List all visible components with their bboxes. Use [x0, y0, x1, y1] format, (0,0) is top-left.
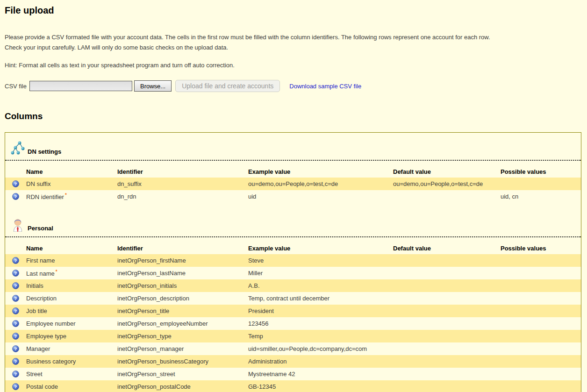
help-icon[interactable]: ?: [12, 193, 19, 200]
column-identifier: inetOrgPerson_businessCategory: [117, 358, 248, 365]
column-header: Example value: [248, 245, 393, 252]
help-icon[interactable]: ?: [12, 333, 19, 340]
section-title: DN settings: [28, 149, 61, 155]
upload-button[interactable]: Upload file and create accounts: [175, 80, 280, 92]
column-name: Business category: [26, 358, 117, 365]
column-identifier: inetOrgPerson_employeeNumber: [117, 320, 248, 327]
column-header: Name: [26, 168, 117, 175]
column-name: DN suffix: [26, 180, 117, 187]
column-header: Default value: [393, 245, 501, 252]
column-identifier: inetOrgPerson_initials: [117, 282, 248, 289]
download-sample-link[interactable]: Download sample CSV file: [289, 83, 361, 90]
browse-button[interactable]: Browse...: [134, 80, 172, 92]
column-example: uid: [248, 193, 393, 200]
table-row: ?Postal codeinetOrgPerson_postalCodeGB-1…: [5, 380, 581, 392]
person-icon: [10, 217, 25, 232]
column-example: Steve: [248, 257, 393, 264]
table-row: ?ManagerinetOrgPerson_manageruid=smiller…: [5, 342, 581, 355]
intro-line-2: Check your input carefully. LAM will onl…: [5, 44, 228, 51]
table-row: ?StreetinetOrgPerson_streetMystreetname …: [5, 368, 581, 380]
column-header: Default value: [393, 168, 501, 175]
help-icon[interactable]: ?: [12, 320, 19, 327]
column-example: uid=smiller,ou=People,dc=company,dc=com: [248, 345, 393, 352]
table-header-row: NameIdentifierExample valueDefault value…: [5, 242, 581, 254]
svg-text:?: ?: [14, 296, 17, 301]
column-name: Employee type: [26, 333, 117, 340]
svg-text:?: ?: [14, 384, 17, 389]
column-example: GB-12345: [248, 383, 393, 390]
column-section: PersonalNameIdentifierExample valueDefau…: [5, 203, 581, 392]
table-row: ?First nameinetOrgPerson_firstNameSteve: [5, 254, 581, 267]
help-icon[interactable]: ?: [12, 270, 19, 277]
columns-box: DN settingsNameIdentifierExample valueDe…: [5, 132, 581, 392]
column-header: Identifier: [117, 245, 248, 252]
csv-file-input[interactable]: [29, 81, 132, 91]
help-icon[interactable]: ?: [12, 307, 19, 314]
column-name: Manager: [26, 345, 117, 352]
required-asterisk: *: [65, 192, 67, 198]
column-identifier: inetOrgPerson_description: [117, 295, 248, 302]
help-icon[interactable]: ?: [12, 345, 19, 352]
help-icon[interactable]: ?: [12, 371, 19, 378]
section-title: Personal: [28, 225, 53, 232]
table-row: ?Business categoryinetOrgPerson_business…: [5, 355, 581, 368]
table-row: ?Employee typeinetOrgPerson_typeTemp: [5, 330, 581, 342]
svg-text:?: ?: [14, 181, 17, 186]
table-row: ?DescriptioninetOrgPerson_descriptionTem…: [5, 292, 581, 305]
help-icon[interactable]: ?: [12, 257, 19, 264]
intro-line-1: Please provide a CSV formated file with …: [5, 34, 490, 41]
svg-text:?: ?: [14, 334, 17, 339]
column-identifier: inetOrgPerson_postalCode: [117, 383, 248, 390]
svg-text:?: ?: [14, 359, 17, 364]
help-icon[interactable]: ?: [12, 358, 19, 365]
table-row: ?Employee numberinetOrgPerson_employeeNu…: [5, 317, 581, 330]
column-header: Example value: [248, 168, 393, 175]
column-example: 123456: [248, 320, 393, 327]
csv-file-label: CSV file: [5, 83, 27, 90]
svg-text:?: ?: [14, 308, 17, 314]
svg-text:?: ?: [14, 258, 17, 263]
required-asterisk: *: [56, 269, 57, 274]
column-example: Administration: [248, 358, 393, 365]
column-identifier: inetOrgPerson_title: [117, 307, 248, 314]
help-icon[interactable]: ?: [12, 282, 19, 289]
column-name: Last name*: [26, 269, 117, 277]
column-name: Job title: [26, 307, 117, 314]
column-identifier: dn_suffix: [117, 180, 248, 187]
column-header: Name: [26, 245, 117, 252]
column-name: Street: [26, 371, 117, 378]
svg-text:?: ?: [14, 271, 17, 276]
help-icon[interactable]: ?: [12, 180, 19, 187]
column-example: President: [248, 307, 393, 314]
column-header: Identifier: [117, 168, 248, 175]
column-default: ou=demo,ou=People,o=test,c=de: [393, 180, 501, 187]
column-identifier: inetOrgPerson_type: [117, 333, 248, 340]
column-name: Employee number: [26, 320, 117, 327]
column-header: Possible values: [501, 168, 581, 175]
section-header: DN settings: [5, 140, 581, 161]
column-example: Temp: [248, 333, 393, 340]
column-identifier: inetOrgPerson_lastName: [117, 270, 248, 277]
column-header: Possible values: [501, 245, 581, 252]
column-possible: uid, cn: [501, 193, 581, 200]
table-row: ?Job titleinetOrgPerson_titlePresident: [5, 305, 581, 317]
column-identifier: inetOrgPerson_street: [117, 371, 248, 378]
svg-text:?: ?: [14, 321, 17, 326]
svg-text:?: ?: [14, 283, 17, 288]
column-name: Initials: [26, 282, 117, 289]
file-upload-page: File upload Please provide a CSV formate…: [0, 0, 587, 392]
column-example: Mystreetname 42: [248, 371, 393, 378]
table-row: ?InitialsinetOrgPerson_initialsA.B.: [5, 279, 581, 292]
tree-icon: [10, 140, 25, 155]
table-header-row: NameIdentifierExample valueDefault value…: [5, 165, 581, 178]
table-row: ?DN suffixdn_suffixou=demo,ou=People,o=t…: [5, 178, 581, 190]
table-row: ?Last name*inetOrgPerson_lastNameMiller: [5, 267, 581, 279]
help-icon[interactable]: ?: [12, 295, 19, 302]
help-icon[interactable]: ?: [12, 383, 19, 390]
section-header: Personal: [5, 217, 581, 237]
column-identifier: dn_rdn: [117, 193, 248, 200]
svg-text:?: ?: [14, 346, 17, 351]
column-name: Postal code: [26, 383, 117, 390]
column-example: Miller: [248, 270, 393, 277]
intro-text: Please provide a CSV formated file with …: [5, 32, 582, 53]
